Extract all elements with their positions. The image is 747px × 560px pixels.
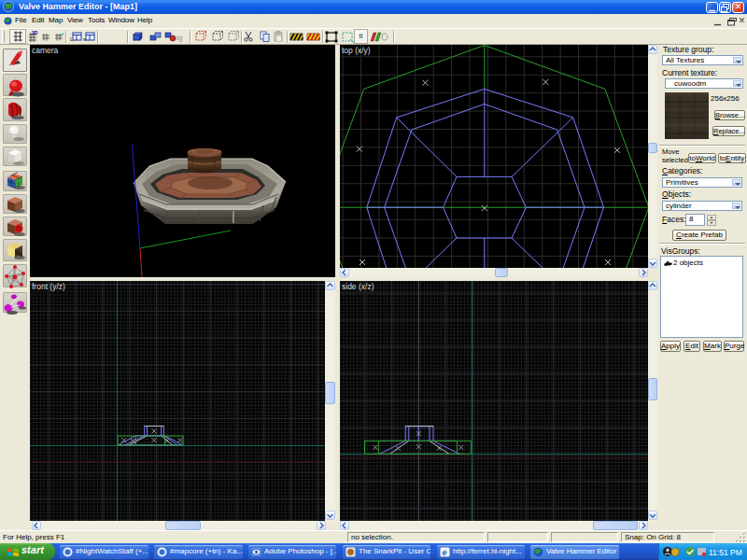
svg-text:ig: ig [176, 34, 182, 42]
svg-text:e: e [442, 548, 446, 557]
svg-text:+: + [61, 31, 64, 36]
svg-text:3D: 3D [32, 30, 38, 35]
svg-text:s: s [83, 36, 86, 42]
